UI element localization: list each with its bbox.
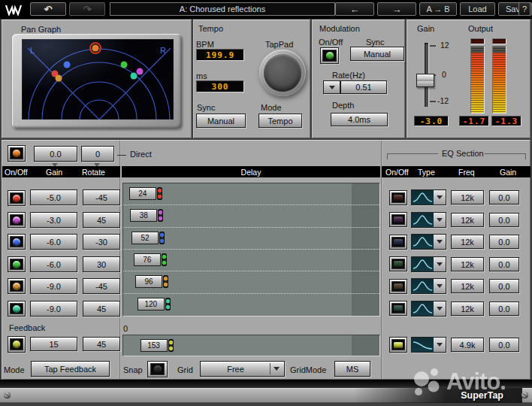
tap5-eq-freq-button[interactable]: 12k (451, 279, 484, 293)
tap5-delay-handle[interactable]: 96 (135, 275, 168, 288)
tap2-onoff-button[interactable] (8, 212, 26, 228)
tap2-eq-type-button[interactable] (411, 212, 446, 228)
tap4-eq-freq-button[interactable]: 12k (451, 257, 484, 271)
gain-slider-handle[interactable] (416, 74, 434, 87)
clip-indicator-right[interactable] (492, 38, 506, 44)
tempo-mode-button[interactable]: Tempo (258, 114, 302, 128)
dropdown-arrow-icon (270, 363, 283, 374)
tap4-delay-handle[interactable]: 76 (134, 253, 167, 266)
tap6-eq-freq-button[interactable]: 12k (451, 301, 484, 316)
tap3-eq-onoff-button[interactable] (389, 235, 407, 250)
tap6-eq-onoff-button[interactable] (389, 301, 407, 316)
tap5-gain-button[interactable]: -9.0 (30, 278, 77, 294)
delay-track-area: 24 38 52 76 96 120 (122, 183, 380, 317)
prev-preset-button[interactable]: ← (335, 2, 374, 16)
direct-gain-button[interactable]: 0.0 (34, 146, 77, 162)
feedback-rotate-button[interactable]: 45 (83, 337, 120, 351)
tap3-delay-handle[interactable]: 52 (131, 232, 165, 244)
tap5-onoff-button[interactable] (8, 278, 26, 294)
supertap-plugin-window: ↶ ↷ A: Chorused reflections ← → A → B Lo… (0, 0, 532, 406)
tap6-onoff-button[interactable] (8, 301, 26, 317)
tap1-gain-button[interactable]: -5.0 (30, 189, 77, 205)
bpm-value[interactable]: 199.9 (196, 49, 244, 61)
tappad-knob[interactable] (259, 50, 306, 96)
feedback-delay-handle[interactable]: 153 (141, 339, 174, 352)
a-to-b-button[interactable]: A → B (419, 2, 457, 16)
feedback-eq-freq-button[interactable]: 4.9k (451, 338, 484, 352)
screw-icon (4, 392, 11, 398)
tap2-eq-gain-button[interactable]: 0.0 (489, 213, 519, 227)
grid-dropdown[interactable]: Free (200, 361, 285, 377)
redo-button[interactable]: ↷ (69, 2, 105, 16)
tap2-delay-handle[interactable]: 38 (130, 209, 163, 222)
tap5-eq-type-button[interactable] (411, 278, 446, 294)
undo-button[interactable]: ↶ (30, 2, 66, 16)
tap6-eq-gain-button[interactable]: 0.0 (489, 301, 519, 316)
mod-sync-button[interactable]: Manual (350, 47, 404, 61)
tap1-eq-freq-button[interactable]: 12k (451, 190, 484, 205)
tap5-eq-gain-button[interactable]: 0.0 (489, 279, 519, 293)
tap4-rotate-button[interactable]: 30 (83, 256, 120, 272)
feedback-gain-button[interactable]: 15 (30, 337, 77, 351)
snap-button[interactable] (147, 361, 168, 377)
feedback-eq-gain-button[interactable]: 0.0 (489, 338, 519, 352)
tap6-eq-type-button[interactable] (411, 301, 446, 317)
direct-rotate-button[interactable]: 0 (81, 146, 114, 162)
tap3-gain-button[interactable]: -6.0 (30, 234, 77, 250)
tap5-delay-row: 96 (123, 271, 379, 293)
tap5-eq-onoff-button[interactable] (389, 279, 407, 294)
tap4-gain-button[interactable]: -6.0 (30, 256, 77, 272)
tap5-led (13, 283, 20, 290)
tap3-rotate-button[interactable]: -30 (83, 234, 120, 250)
tap4-onoff-button[interactable] (8, 256, 26, 272)
output-label: Output (468, 24, 493, 33)
tap5-rotate-button[interactable]: -45 (83, 278, 120, 294)
help-button[interactable]: ? (518, 2, 530, 16)
gridmode-button[interactable]: MS (334, 361, 370, 377)
snap-led (154, 365, 162, 373)
tap1-rotate-button[interactable]: -45 (83, 189, 120, 205)
modulation-onoff-button[interactable] (320, 47, 339, 64)
ms-value[interactable]: 300 (196, 80, 244, 92)
tick-label-minus12: -12 (437, 96, 449, 105)
tap4-eq-type-button[interactable] (411, 256, 446, 272)
tap4-eq-onoff-button[interactable] (389, 256, 407, 271)
tap4-eq-gain-button[interactable]: 0.0 (489, 257, 519, 271)
tap1-eq-type-button[interactable] (411, 189, 446, 205)
tap2-delay-marker-icon (158, 209, 163, 222)
tap1-delay-handle[interactable]: 24 (129, 187, 162, 200)
tap-feedback-mode-button[interactable]: Tap Feedback (31, 361, 110, 377)
tap2-eq-freq-button[interactable]: 12k (451, 213, 484, 227)
tappad-knob-face (264, 54, 301, 92)
load-button[interactable]: Load (460, 2, 495, 16)
gain-readout: -3.0 (414, 116, 449, 126)
tap6-gain-button[interactable]: -9.0 (30, 301, 77, 317)
tap3-eq-gain-button[interactable]: 0.0 (489, 235, 519, 249)
tap3-eq-freq-button[interactable]: 12k (451, 235, 484, 249)
tap6-rotate-button[interactable]: 45 (83, 301, 120, 317)
feedback-onoff-button[interactable] (8, 336, 26, 353)
dropdown-arrow-icon (434, 213, 446, 227)
tap2-rotate-button[interactable]: 45 (83, 212, 120, 228)
tap2-eq-onoff-button[interactable] (389, 212, 407, 227)
direct-onoff-button[interactable] (8, 145, 26, 162)
left-arrow-icon: ← (350, 4, 360, 15)
tap1-eq-gain-button[interactable]: 0.0 (489, 190, 519, 205)
feedback-eq-type-button[interactable] (411, 337, 446, 353)
tap1-eq-onoff-button[interactable] (389, 190, 407, 205)
clip-indicator-left[interactable] (470, 38, 485, 44)
tap3-eq-type-button[interactable] (411, 234, 446, 250)
tempo-sync-button[interactable]: Manual (196, 114, 246, 128)
rate-dropdown-button[interactable] (323, 80, 340, 94)
rate-value-button[interactable]: 0.51 (340, 80, 387, 94)
depth-value-button[interactable]: 4.0ms (331, 113, 388, 126)
tick-label-12: 12 (440, 41, 449, 50)
next-preset-button[interactable]: → (377, 2, 416, 16)
tap2-gain-button[interactable]: -3.0 (30, 212, 77, 228)
preset-display[interactable]: A: Chorused reflections (110, 2, 335, 16)
tap1-onoff-button[interactable] (8, 190, 26, 206)
tap3-onoff-button[interactable] (8, 234, 26, 250)
tap6-delay-handle[interactable]: 120 (138, 298, 171, 311)
feedback-delay-marker-icon (168, 339, 174, 352)
feedback-eq-onoff-button[interactable] (389, 337, 407, 353)
